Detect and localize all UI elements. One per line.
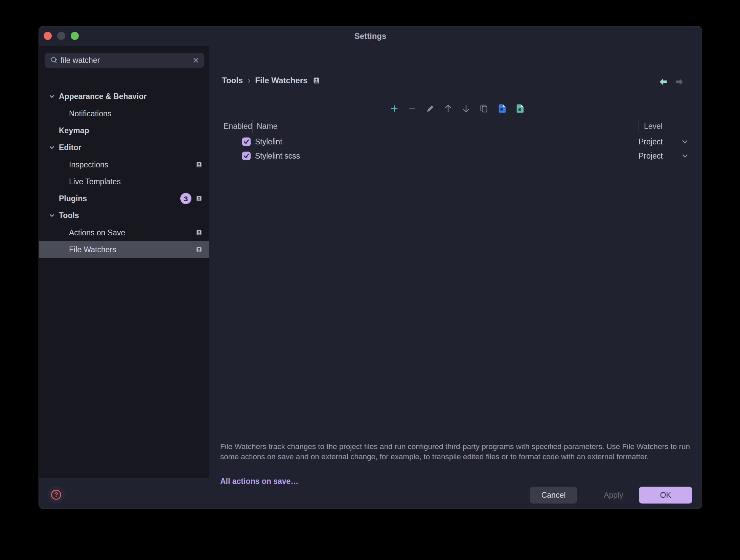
sidebar-item-notifications[interactable]: Notifications	[39, 105, 209, 122]
chevron-down-icon[interactable]	[49, 213, 55, 218]
help-question-icon: ?	[51, 490, 61, 500]
sidebar-item-editor[interactable]: Editor	[39, 139, 209, 156]
column-header-enabled: Enabled	[224, 122, 252, 131]
profile-settings-icon	[196, 196, 202, 201]
settings-dialog: Settings ✕ Appearance & Behavior Notific…	[39, 26, 702, 509]
breadcrumb-separator-icon: ›	[248, 76, 250, 85]
watchers-toolbar	[390, 104, 524, 113]
sidebar-item-actions-on-save[interactable]: Actions on Save	[39, 224, 209, 241]
level-dropdown[interactable]: Project	[639, 151, 663, 161]
enabled-checkbox[interactable]	[242, 138, 251, 146]
file-watchers-description: File Watchers track changes to the proje…	[220, 442, 691, 462]
all-actions-on-save-link[interactable]: All actions on save…	[220, 477, 298, 486]
ok-button[interactable]: OK	[639, 487, 692, 504]
settings-search-box[interactable]: ✕	[45, 53, 204, 68]
sidebar-item-tools[interactable]: Tools	[39, 207, 209, 224]
apply-button[interactable]: Apply	[589, 487, 638, 504]
titlebar: Settings	[39, 26, 702, 46]
breadcrumb-file-watchers: File Watchers	[255, 76, 307, 85]
sidebar-item-plugins[interactable]: Plugins 3	[39, 190, 209, 207]
breadcrumb-tools[interactable]: Tools	[222, 76, 243, 85]
back-arrow-icon[interactable]	[659, 77, 667, 86]
move-down-icon[interactable]	[462, 104, 470, 113]
chevron-down-icon[interactable]	[681, 138, 688, 145]
settings-sidebar: ✕ Appearance & Behavior Notifications Ke…	[39, 46, 209, 478]
window-title: Settings	[39, 31, 702, 41]
search-input[interactable]	[59, 56, 192, 65]
column-header-name: Name	[257, 122, 277, 131]
sidebar-item-inspections[interactable]: Inspections	[39, 156, 209, 173]
column-divider	[252, 120, 253, 133]
plugins-count-badge: 3	[180, 193, 191, 204]
remove-icon[interactable]	[408, 104, 416, 113]
sidebar-item-keymap[interactable]: Keymap	[39, 122, 209, 139]
chevron-down-icon[interactable]	[49, 145, 55, 150]
profile-settings-icon	[196, 247, 202, 252]
file-watchers-pane: Tools › File Watchers Enabled Name Level	[209, 46, 702, 509]
cancel-button[interactable]: Cancel	[530, 487, 577, 504]
move-up-icon[interactable]	[444, 104, 452, 113]
clear-search-icon[interactable]: ✕	[192, 56, 199, 65]
export-watchers-icon[interactable]	[516, 104, 524, 113]
level-dropdown[interactable]: Project	[639, 137, 663, 146]
history-nav	[659, 77, 684, 86]
profile-settings-icon	[196, 230, 202, 235]
column-header-level: Level	[644, 122, 663, 131]
edit-pencil-icon[interactable]	[426, 104, 434, 113]
search-icon	[50, 56, 59, 65]
chevron-down-icon[interactable]	[49, 94, 55, 99]
profile-settings-icon	[196, 162, 202, 167]
help-button[interactable]: ?	[47, 486, 65, 504]
duplicate-copy-icon[interactable]	[480, 104, 488, 113]
sidebar-item-live-templates[interactable]: Live Templates	[39, 173, 209, 190]
chevron-down-icon[interactable]	[681, 153, 688, 159]
table-row-stylelint[interactable]: Stylelint Project	[209, 135, 702, 149]
add-icon[interactable]	[390, 104, 398, 113]
enabled-checkbox[interactable]	[242, 152, 251, 160]
sidebar-item-file-watchers[interactable]: File Watchers	[39, 241, 209, 258]
table-header: Enabled Name Level	[209, 120, 702, 133]
import-watchers-icon[interactable]	[498, 104, 506, 113]
breadcrumb: Tools › File Watchers	[222, 76, 319, 85]
profile-settings-icon	[314, 77, 319, 84]
sidebar-item-appearance-behavior[interactable]: Appearance & Behavior	[39, 88, 209, 105]
column-divider	[639, 120, 639, 133]
table-row-stylelint-scss[interactable]: Stylelint scss Project	[209, 149, 702, 163]
forward-arrow-icon[interactable]	[675, 77, 684, 86]
